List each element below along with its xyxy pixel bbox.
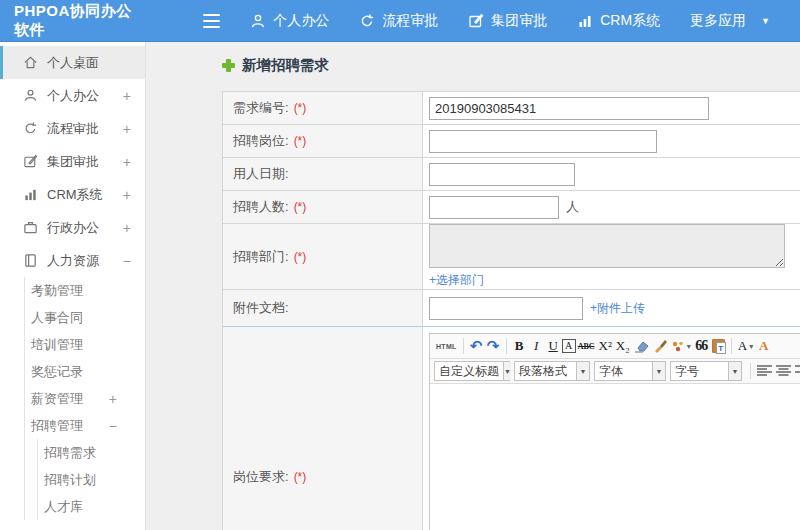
background-color-button[interactable]: A	[755, 336, 772, 356]
unit-suffix: 人	[566, 198, 579, 216]
nav-more-apps[interactable]: 更多应用 ▼	[690, 12, 770, 30]
highlight-color-icon[interactable]: ▾	[669, 336, 693, 356]
field-label: 用人日期:	[233, 165, 289, 183]
form-row-demand-no: 需求编号: (*)	[223, 92, 800, 125]
font-family-select[interactable]: 字体 ▼	[594, 361, 666, 381]
superscript-button[interactable]: X²	[597, 336, 614, 356]
editor-toolbar-row2: 自定义标题 ▼ 段落格式 ▼ 字体 ▼ 字号 ▼	[430, 359, 800, 384]
nav-crm-system[interactable]: CRM系统	[577, 12, 660, 30]
italic-button[interactable]: I	[528, 336, 545, 356]
redo-icon[interactable]: ↷	[485, 336, 502, 356]
position-input[interactable]	[429, 130, 657, 153]
top-nav: 个人办公 流程审批 集团审批 CRM系统 更多应用 ▼	[250, 12, 800, 30]
font-color-button[interactable]: A ▾	[736, 336, 755, 356]
underline-button[interactable]: U	[545, 336, 562, 356]
field-label: 招聘人数:	[233, 198, 289, 216]
hire-date-input[interactable]	[429, 163, 575, 186]
required-mark: (*)	[294, 134, 307, 148]
sidebar-item-training-mgmt[interactable]: 培训管理	[25, 331, 145, 358]
font-size-select[interactable]: 字号 ▼	[670, 361, 742, 381]
eraser-icon[interactable]	[632, 336, 651, 356]
hr-submenu: 考勤管理 人事合同 培训管理 奖惩记录 薪资管理 + 招聘管理 − 招聘需求 招…	[24, 277, 145, 520]
hr-book-icon	[22, 253, 38, 269]
custom-title-select[interactable]: 自定义标题 ▼	[434, 361, 510, 381]
nav-workflow-approval[interactable]: 流程审批	[359, 12, 438, 30]
expand-icon[interactable]: +	[123, 88, 131, 104]
edit-icon	[22, 154, 38, 170]
expand-icon[interactable]: +	[123, 187, 131, 203]
app-title: PHPOA协同办公软件	[0, 2, 145, 40]
nav-group-approval[interactable]: 集团审批	[468, 12, 547, 30]
collapse-icon[interactable]: −	[109, 418, 117, 434]
bar-chart-icon	[577, 13, 593, 29]
sidebar-item-talent-pool[interactable]: 人才库	[38, 493, 145, 520]
form-row-job-requirements: 岗位要求: (*) HTML ↶ ↷ B I U A ABC	[223, 327, 800, 530]
workflow-icon	[359, 13, 375, 29]
sidebar-item-personnel-contract[interactable]: 人事合同	[25, 304, 145, 331]
editor-content-area[interactable]	[430, 384, 800, 530]
headcount-input[interactable]	[429, 196, 559, 219]
caret-down-icon: ▼	[503, 362, 511, 380]
person-icon	[250, 13, 266, 29]
field-label: 需求编号:	[233, 99, 289, 117]
bold-button[interactable]: B	[511, 336, 528, 356]
caret-down-icon: ▼	[576, 362, 589, 380]
form-row-hire-date: 用人日期:	[223, 158, 800, 191]
sidebar-item-salary-mgmt[interactable]: 薪资管理 +	[25, 385, 145, 412]
align-right-icon[interactable]	[795, 365, 800, 377]
sidebar: 个人桌面 个人办公 + 流程审批 + 集团审批 + CRM系统 +	[0, 42, 146, 530]
html-source-button[interactable]: HTML	[434, 336, 459, 356]
sidebar-item-recruit-mgmt[interactable]: 招聘管理 −	[25, 412, 145, 439]
font-style-button[interactable]: A	[562, 339, 576, 353]
workflow-icon	[22, 121, 38, 137]
field-label: 招聘部门:	[233, 248, 289, 266]
undo-icon[interactable]: ↶	[468, 336, 485, 356]
select-department-link[interactable]: +选择部门	[429, 272, 484, 289]
home-icon	[22, 55, 38, 71]
expand-icon[interactable]: +	[109, 391, 117, 407]
demand-no-input[interactable]	[429, 97, 709, 120]
person-icon	[22, 88, 38, 104]
subscript-button[interactable]: X₂	[614, 336, 632, 356]
sidebar-item-reward-punishment[interactable]: 奖惩记录	[25, 358, 145, 385]
bar-chart-icon	[22, 187, 38, 203]
sidebar-item-attendance-mgmt[interactable]: 考勤管理	[25, 277, 145, 304]
collapse-icon[interactable]: −	[123, 253, 131, 269]
sidebar-item-recruit-demand[interactable]: 招聘需求	[38, 439, 145, 466]
attachment-input[interactable]	[429, 297, 583, 320]
blockquote-button[interactable]: 66	[693, 336, 710, 356]
align-left-icon[interactable]	[757, 365, 772, 377]
form-row-department: 招聘部门: (*) +选择部门	[223, 224, 800, 290]
expand-icon[interactable]: +	[123, 220, 131, 236]
required-mark: (*)	[294, 250, 307, 264]
caret-down-icon: ▼	[761, 16, 770, 26]
form-row-position: 招聘岗位: (*)	[223, 125, 800, 158]
paste-icon[interactable]: T	[710, 336, 727, 356]
expand-icon[interactable]: +	[123, 154, 131, 170]
hamburger-menu-icon[interactable]	[203, 14, 221, 28]
sidebar-item-human-resources[interactable]: 人力资源 −	[0, 244, 145, 277]
sidebar-item-group-approval[interactable]: 集团审批 +	[0, 145, 145, 178]
expand-icon[interactable]: +	[123, 121, 131, 137]
sidebar-item-personal-desktop[interactable]: 个人桌面	[0, 46, 145, 79]
sidebar-item-personal-office[interactable]: 个人办公 +	[0, 79, 145, 112]
recruit-submenu: 招聘需求 招聘计划 人才库	[37, 439, 145, 520]
form-row-headcount: 招聘人数: (*) 人	[223, 191, 800, 224]
sidebar-item-workflow-approval[interactable]: 流程审批 +	[0, 112, 145, 145]
edit-icon	[468, 13, 484, 29]
required-mark: (*)	[294, 470, 307, 484]
briefcase-icon	[22, 220, 38, 236]
paragraph-format-select[interactable]: 段落格式 ▼	[514, 361, 590, 381]
align-center-icon[interactable]	[776, 365, 791, 377]
sidebar-item-admin-office[interactable]: 行政办公 +	[0, 211, 145, 244]
department-textarea[interactable]	[429, 224, 785, 268]
field-label: 岗位要求:	[233, 468, 289, 486]
sidebar-item-crm-system[interactable]: CRM系统 +	[0, 178, 145, 211]
add-plus-icon	[222, 59, 235, 72]
attachment-upload-link[interactable]: +附件上传	[590, 300, 645, 317]
caret-down-icon: ▾	[687, 342, 691, 351]
nav-personal-office[interactable]: 个人办公	[250, 12, 329, 30]
strikethrough-button[interactable]: ABC	[576, 336, 597, 356]
format-brush-icon[interactable]	[651, 336, 669, 356]
sidebar-item-recruit-plan[interactable]: 招聘计划	[38, 466, 145, 493]
